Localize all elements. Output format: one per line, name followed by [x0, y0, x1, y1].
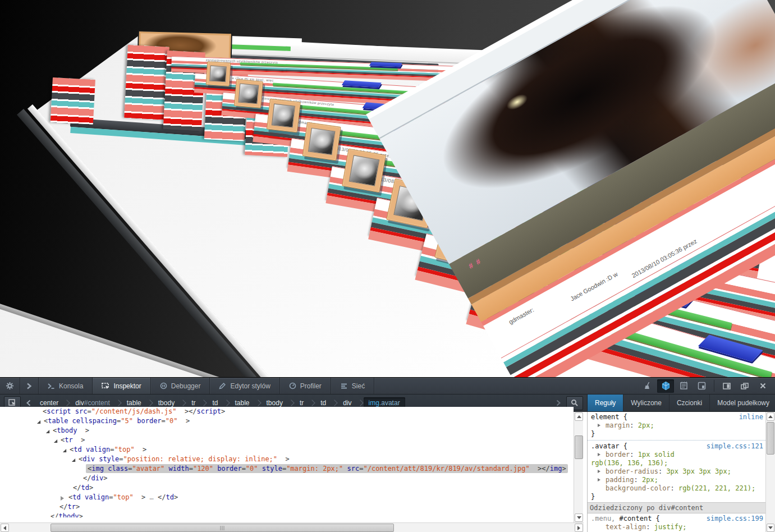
scroll-up-icon [577, 415, 581, 418]
crumb-qualifier: .avatar [379, 399, 400, 407]
avatar-box [302, 122, 341, 160]
broom-button[interactable] [639, 379, 656, 393]
inspektor-icon [102, 383, 109, 389]
rule-line[interactable]: border: 1px solid [590, 451, 763, 459]
twisty-collapsed-icon[interactable] [61, 496, 64, 501]
tab-label: Edytor stylów [230, 382, 270, 390]
avatar-photo [308, 128, 335, 155]
inspector-panels: <script src="/content/js/dash.js" ></scr… [0, 412, 775, 532]
toolbar-spacer [374, 378, 639, 394]
property-twisty-icon[interactable] [598, 478, 600, 481]
markup-line[interactable]: <td valign="top" > [0, 445, 574, 455]
sidebar-tabs: RegułyWyliczoneCzcionkiModel pudełkowy [587, 395, 775, 412]
twisty-expanded-icon[interactable] [46, 430, 49, 433]
markup-line[interactable]: <td valign="top" > … </td> [0, 493, 574, 502]
markup-line[interactable]: </tbody> [0, 512, 574, 517]
chevron-right-icon [556, 400, 561, 406]
tab-edytor[interactable]: Edytor stylów [210, 378, 279, 394]
crumb-tag: td [212, 399, 218, 407]
markup-line[interactable]: <tbody > [0, 426, 574, 435]
markup-horizontal-scrollbar[interactable] [0, 522, 584, 532]
console-toggle-button[interactable] [20, 378, 39, 394]
stylesheet-link[interactable]: simple.css:199 [707, 515, 763, 523]
rule-line[interactable]: } [590, 493, 763, 501]
scroll-up-icon [768, 415, 773, 418]
breadcrumb-forward-button[interactable] [552, 400, 565, 406]
property-twisty-icon[interactable] [598, 424, 600, 427]
property-twisty-icon[interactable] [598, 453, 600, 456]
tab-inspektor[interactable]: Inspektor [93, 378, 150, 394]
avatar-photo [239, 84, 259, 104]
rule-line[interactable]: padding: 2px; [590, 476, 763, 484]
breadcrumb-separator-icon [309, 400, 315, 406]
rule-line[interactable]: margin: 2px; [590, 421, 763, 430]
sidebar-tab-wyliczone[interactable]: Wyliczone [623, 395, 669, 411]
scrollbar-thumb[interactable] [767, 422, 774, 455]
tab-profiler[interactable]: Profiler [280, 378, 331, 394]
devtools-panel: KonsolaInspektorDebuggerEdytor stylówPro… [0, 377, 775, 532]
broom-icon [643, 382, 652, 390]
avatar-box [206, 61, 231, 86]
rule-line[interactable]: inlineelement { [590, 413, 763, 421]
breadcrumb-back-button[interactable] [22, 400, 35, 406]
rule-line[interactable]: background-color: rgb(221, 221, 221); [590, 484, 763, 493]
markup-line[interactable]: </tr> [0, 502, 574, 512]
cube3d-button[interactable] [657, 379, 674, 393]
rule-line[interactable]: border-radius: 3px 3px 3px 3px; [590, 467, 763, 476]
tilt-3d-view[interactable]: zarejestrowanych użytkowników przeczytae… [0, 0, 775, 377]
rule-line[interactable]: simple.css:199.menu, #content { [590, 515, 763, 523]
tab-siec[interactable]: Sieć [331, 378, 374, 394]
crumb-tag: td [320, 399, 326, 407]
settings-button[interactable] [0, 378, 20, 394]
close-button[interactable] [754, 379, 771, 393]
sidebar-tab-model-pude-kowy[interactable]: Model pudełkowy [710, 395, 775, 411]
scroll-left-icon [3, 526, 6, 530]
tab-debugger[interactable]: Debugger [151, 378, 210, 394]
rule-separator [588, 440, 765, 441]
sidebar-tab-czcionki[interactable]: Czcionki [669, 395, 710, 411]
scrollbar-thumb[interactable] [51, 524, 394, 532]
close-icon [760, 383, 766, 389]
tab-label: Inspektor [113, 382, 141, 390]
profiler-icon [289, 382, 296, 389]
stylesheet-link[interactable]: inline [739, 413, 763, 421]
twisty-expanded-icon[interactable] [72, 458, 75, 462]
scrollbar-thumb[interactable] [575, 435, 583, 459]
crumb-tag: tbody [267, 399, 283, 407]
avatar-box [342, 149, 386, 193]
table-cell-stack [51, 77, 95, 125]
chevron-right-icon [26, 383, 33, 389]
tab-konsola[interactable]: Konsola [39, 378, 93, 394]
breadcrumb-separator-icon [288, 400, 294, 406]
rule-line[interactable]: simple.css:121.avatar { [590, 442, 763, 451]
property-twisty-icon[interactable] [598, 470, 600, 473]
markup-line[interactable]: </div> [0, 474, 574, 483]
scroll-down-icon [768, 526, 773, 529]
markup-line[interactable]: <tr > [0, 435, 574, 445]
rules-vertical-scrollbar[interactable] [765, 412, 775, 532]
crumb-tag: table [235, 399, 250, 407]
popout-button[interactable] [736, 379, 753, 393]
stylesheet-link[interactable]: simple.css:121 [707, 442, 763, 451]
breadcrumb-separator-icon [255, 400, 261, 406]
breadcrumb-separator-icon [180, 400, 186, 406]
twisty-expanded-icon[interactable] [37, 420, 40, 424]
rule-line[interactable]: text-align: justify; [590, 523, 763, 531]
markup-line[interactable]: <div style="position: relative; display:… [0, 455, 574, 464]
markup-line[interactable]: </td> [0, 483, 574, 493]
rule-line[interactable]: rgb(136, 136, 136); [590, 459, 763, 467]
sidebar-tab-regu-y[interactable]: Reguły [588, 395, 623, 411]
markup-line[interactable]: <script src="/content/js/dash.js" ></scr… [0, 407, 574, 416]
markup-vertical-scrollbar[interactable] [574, 412, 583, 522]
dock-button[interactable] [718, 379, 735, 393]
konsola-icon [48, 383, 55, 389]
avatar-box [234, 79, 263, 108]
twisty-expanded-icon[interactable] [54, 439, 57, 443]
scratchpad-button[interactable] [675, 379, 692, 393]
twisty-expanded-icon[interactable] [63, 449, 66, 452]
markup-line[interactable]: <table cellspacing="5" border="0" > [0, 416, 574, 426]
responsive-button[interactable] [693, 379, 710, 393]
markup-line-selected[interactable]: <img class="avatar" width="120" border="… [0, 464, 574, 474]
rule-line[interactable]: } [590, 430, 763, 438]
edytor-icon [219, 382, 226, 389]
